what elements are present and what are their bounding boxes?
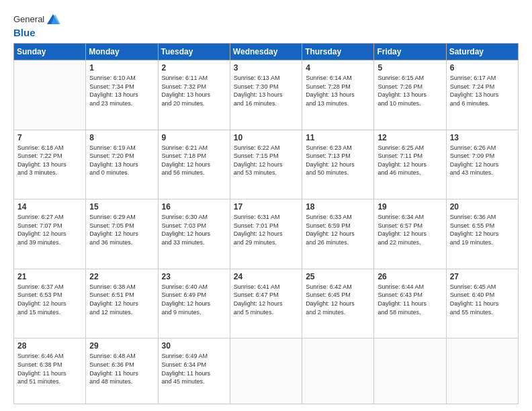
calendar-cell bbox=[302, 338, 374, 404]
calendar-cell: 10Sunrise: 6:22 AM Sunset: 7:15 PM Dayli… bbox=[230, 130, 302, 199]
day-number: 27 bbox=[450, 272, 515, 281]
day-info: Sunrise: 6:22 AM Sunset: 7:15 PM Dayligh… bbox=[234, 144, 298, 177]
day-number: 20 bbox=[450, 202, 515, 212]
day-info: Sunrise: 6:31 AM Sunset: 7:01 PM Dayligh… bbox=[234, 213, 298, 246]
calendar-cell: 7Sunrise: 6:18 AM Sunset: 7:22 PM Daylig… bbox=[14, 130, 86, 199]
calendar-cell: 17Sunrise: 6:31 AM Sunset: 7:01 PM Dayli… bbox=[230, 199, 302, 269]
header-saturday: Saturday bbox=[446, 44, 518, 60]
logo-blue: Blue bbox=[13, 27, 36, 39]
day-info: Sunrise: 6:29 AM Sunset: 7:05 PM Dayligh… bbox=[89, 213, 154, 246]
calendar-cell: 26Sunrise: 6:44 AM Sunset: 6:43 PM Dayli… bbox=[374, 269, 446, 338]
day-number: 17 bbox=[234, 202, 298, 212]
day-number: 14 bbox=[17, 202, 82, 212]
day-number: 18 bbox=[306, 202, 370, 212]
day-number: 21 bbox=[17, 272, 82, 281]
day-info: Sunrise: 6:49 AM Sunset: 6:34 PM Dayligh… bbox=[162, 352, 226, 385]
day-number: 13 bbox=[450, 133, 515, 142]
day-info: Sunrise: 6:11 AM Sunset: 7:32 PM Dayligh… bbox=[162, 74, 226, 107]
day-number: 12 bbox=[378, 133, 442, 142]
calendar-cell: 30Sunrise: 6:49 AM Sunset: 6:34 PM Dayli… bbox=[158, 338, 230, 404]
day-number: 5 bbox=[378, 63, 442, 73]
day-info: Sunrise: 6:34 AM Sunset: 6:57 PM Dayligh… bbox=[378, 213, 442, 246]
calendar-cell: 8Sunrise: 6:19 AM Sunset: 7:20 PM Daylig… bbox=[86, 130, 158, 199]
day-info: Sunrise: 6:13 AM Sunset: 7:30 PM Dayligh… bbox=[234, 74, 298, 107]
header-thursday: Thursday bbox=[302, 44, 374, 60]
calendar-cell: 18Sunrise: 6:33 AM Sunset: 6:59 PM Dayli… bbox=[302, 199, 374, 269]
calendar-cell: 1Sunrise: 6:10 AM Sunset: 7:34 PM Daylig… bbox=[86, 60, 158, 130]
header-friday: Friday bbox=[374, 44, 446, 60]
day-number: 15 bbox=[89, 202, 154, 212]
day-number: 16 bbox=[162, 202, 226, 212]
logo-general: General bbox=[13, 14, 44, 25]
day-info: Sunrise: 6:37 AM Sunset: 6:53 PM Dayligh… bbox=[17, 283, 82, 316]
day-number: 4 bbox=[306, 63, 370, 73]
day-number: 6 bbox=[450, 63, 515, 73]
day-number: 10 bbox=[234, 133, 298, 142]
day-info: Sunrise: 6:25 AM Sunset: 7:11 PM Dayligh… bbox=[378, 144, 442, 177]
calendar-cell: 14Sunrise: 6:27 AM Sunset: 7:07 PM Dayli… bbox=[14, 199, 86, 269]
calendar-cell: 15Sunrise: 6:29 AM Sunset: 7:05 PM Dayli… bbox=[86, 199, 158, 269]
calendar-cell: 11Sunrise: 6:23 AM Sunset: 7:13 PM Dayli… bbox=[302, 130, 374, 199]
day-number: 7 bbox=[17, 133, 82, 142]
day-number: 8 bbox=[89, 133, 154, 142]
day-info: Sunrise: 6:14 AM Sunset: 7:28 PM Dayligh… bbox=[306, 74, 370, 107]
day-info: Sunrise: 6:27 AM Sunset: 7:07 PM Dayligh… bbox=[17, 213, 82, 246]
day-info: Sunrise: 6:17 AM Sunset: 7:24 PM Dayligh… bbox=[450, 74, 515, 107]
day-number: 23 bbox=[162, 272, 226, 281]
calendar-cell: 20Sunrise: 6:36 AM Sunset: 6:55 PM Dayli… bbox=[446, 199, 518, 269]
day-info: Sunrise: 6:33 AM Sunset: 6:59 PM Dayligh… bbox=[306, 213, 370, 246]
day-info: Sunrise: 6:42 AM Sunset: 6:45 PM Dayligh… bbox=[306, 283, 370, 316]
calendar-cell: 2Sunrise: 6:11 AM Sunset: 7:32 PM Daylig… bbox=[158, 60, 230, 130]
calendar-cell: 13Sunrise: 6:26 AM Sunset: 7:09 PM Dayli… bbox=[446, 130, 518, 199]
weekday-header-row: Sunday Monday Tuesday Wednesday Thursday… bbox=[14, 44, 519, 60]
logo-icon bbox=[46, 12, 60, 27]
logo: General Blue bbox=[13, 12, 60, 39]
calendar-cell: 24Sunrise: 6:41 AM Sunset: 6:47 PM Dayli… bbox=[230, 269, 302, 338]
header: General Blue bbox=[13, 12, 519, 39]
day-number: 28 bbox=[17, 341, 82, 351]
header-wednesday: Wednesday bbox=[230, 44, 302, 60]
day-info: Sunrise: 6:46 AM Sunset: 6:38 PM Dayligh… bbox=[17, 352, 82, 385]
page: General Blue Sunday Monday bbox=[0, 0, 532, 411]
day-info: Sunrise: 6:40 AM Sunset: 6:49 PM Dayligh… bbox=[162, 283, 226, 316]
header-sunday: Sunday bbox=[14, 44, 86, 60]
day-number: 29 bbox=[89, 341, 154, 351]
calendar-cell: 23Sunrise: 6:40 AM Sunset: 6:49 PM Dayli… bbox=[158, 269, 230, 338]
calendar-cell: 3Sunrise: 6:13 AM Sunset: 7:30 PM Daylig… bbox=[230, 60, 302, 130]
day-info: Sunrise: 6:41 AM Sunset: 6:47 PM Dayligh… bbox=[234, 283, 298, 316]
day-number: 25 bbox=[306, 272, 370, 281]
day-number: 9 bbox=[162, 133, 226, 142]
day-info: Sunrise: 6:10 AM Sunset: 7:34 PM Dayligh… bbox=[89, 74, 154, 107]
calendar-cell: 4Sunrise: 6:14 AM Sunset: 7:28 PM Daylig… bbox=[302, 60, 374, 130]
day-info: Sunrise: 6:18 AM Sunset: 7:22 PM Dayligh… bbox=[17, 144, 82, 177]
day-info: Sunrise: 6:36 AM Sunset: 6:55 PM Dayligh… bbox=[450, 213, 515, 246]
day-number: 26 bbox=[378, 272, 442, 281]
header-tuesday: Tuesday bbox=[158, 44, 230, 60]
calendar-cell: 27Sunrise: 6:45 AM Sunset: 6:40 PM Dayli… bbox=[446, 269, 518, 338]
calendar-cell bbox=[230, 338, 302, 404]
day-number: 2 bbox=[162, 63, 226, 73]
calendar-cell: 21Sunrise: 6:37 AM Sunset: 6:53 PM Dayli… bbox=[14, 269, 86, 338]
calendar-cell bbox=[446, 338, 518, 404]
day-number: 30 bbox=[162, 341, 226, 351]
day-info: Sunrise: 6:15 AM Sunset: 7:26 PM Dayligh… bbox=[378, 74, 442, 107]
day-number: 19 bbox=[378, 202, 442, 212]
calendar-cell bbox=[374, 338, 446, 404]
day-info: Sunrise: 6:44 AM Sunset: 6:43 PM Dayligh… bbox=[378, 283, 442, 316]
calendar-cell: 9Sunrise: 6:21 AM Sunset: 7:18 PM Daylig… bbox=[158, 130, 230, 199]
calendar-cell: 6Sunrise: 6:17 AM Sunset: 7:24 PM Daylig… bbox=[446, 60, 518, 130]
day-number: 1 bbox=[89, 63, 154, 73]
day-info: Sunrise: 6:38 AM Sunset: 6:51 PM Dayligh… bbox=[89, 283, 154, 316]
calendar-table: Sunday Monday Tuesday Wednesday Thursday… bbox=[13, 43, 519, 404]
day-info: Sunrise: 6:45 AM Sunset: 6:40 PM Dayligh… bbox=[450, 283, 515, 316]
calendar-cell: 16Sunrise: 6:30 AM Sunset: 7:03 PM Dayli… bbox=[158, 199, 230, 269]
day-number: 24 bbox=[234, 272, 298, 281]
calendar-cell: 29Sunrise: 6:48 AM Sunset: 6:36 PM Dayli… bbox=[86, 338, 158, 404]
calendar-cell: 12Sunrise: 6:25 AM Sunset: 7:11 PM Dayli… bbox=[374, 130, 446, 199]
header-monday: Monday bbox=[86, 44, 158, 60]
calendar-cell: 28Sunrise: 6:46 AM Sunset: 6:38 PM Dayli… bbox=[14, 338, 86, 404]
day-number: 3 bbox=[234, 63, 298, 73]
calendar-cell: 25Sunrise: 6:42 AM Sunset: 6:45 PM Dayli… bbox=[302, 269, 374, 338]
day-info: Sunrise: 6:19 AM Sunset: 7:20 PM Dayligh… bbox=[89, 144, 154, 177]
day-info: Sunrise: 6:30 AM Sunset: 7:03 PM Dayligh… bbox=[162, 213, 226, 246]
